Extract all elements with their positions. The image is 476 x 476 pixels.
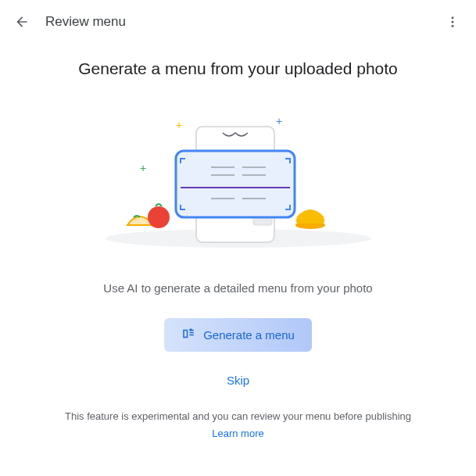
svg-text:+: + — [276, 115, 282, 127]
learn-more-link[interactable]: Learn more — [212, 428, 263, 439]
svg-rect-10 — [296, 217, 324, 224]
menu-scan-illustration: + + + — [98, 109, 379, 250]
generate-button-label: Generate a menu — [203, 328, 295, 342]
svg-point-8 — [148, 206, 170, 228]
content: Generate a menu from your uploaded photo… — [0, 44, 476, 439]
disclaimer-text: This feature is experimental and you can… — [23, 409, 453, 424]
header: Review menu — [0, 0, 476, 44]
subtext: Use AI to generate a detailed menu from … — [23, 281, 453, 295]
skip-button[interactable]: Skip — [227, 374, 249, 387]
svg-text:+: + — [140, 162, 146, 174]
svg-point-1 — [452, 21, 454, 23]
sparkle-book-icon — [181, 327, 195, 343]
svg-rect-13 — [176, 151, 295, 217]
main-heading: Generate a menu from your uploaded photo — [23, 59, 453, 78]
svg-text:+: + — [176, 119, 182, 131]
overflow-menu-icon[interactable] — [443, 13, 462, 31]
back-arrow-icon[interactable] — [14, 14, 30, 30]
svg-point-0 — [452, 16, 454, 19]
svg-point-2 — [452, 25, 454, 27]
generate-menu-button[interactable]: Generate a menu — [164, 318, 312, 352]
page-title: Review menu — [45, 14, 126, 30]
header-left: Review menu — [14, 14, 126, 30]
